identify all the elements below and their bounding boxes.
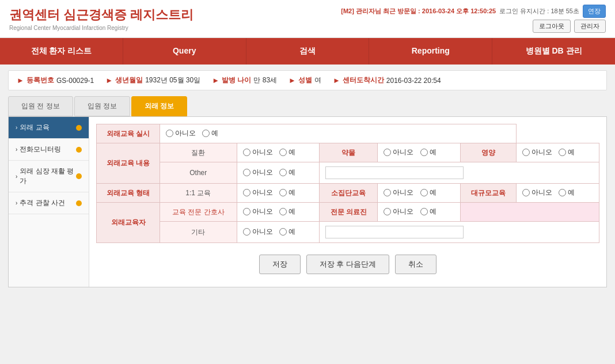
radio-yes-specialist-nurse[interactable]: 예 [279, 207, 295, 217]
tab-admission[interactable]: 입원 정보 [74, 96, 130, 116]
radio-no-label-medical-staff: 아니오 [393, 207, 413, 217]
radio-yes-educator-other[interactable]: 예 [279, 227, 295, 237]
nav-db-manage[interactable]: 병원별 DB 관리 [492, 38, 615, 65]
arrival-value: 2016-03-22 20:54 [386, 77, 441, 85]
radio-yes-label-small-group: 예 [430, 188, 436, 198]
sidebar-item-rehab[interactable]: › 외래 심장 재활 평가 [9, 161, 89, 192]
row-header-education-type: 외래교육 형태 [97, 184, 160, 203]
user-info-text: [M2] 관리자님 최근 방문일 : 2016-03-24 오후 12:50:2… [341, 7, 496, 14]
arrival-arrow: ► [333, 76, 340, 85]
radio-no-medicine[interactable]: 아니오 [384, 147, 413, 157]
sidebar-item-monitoring[interactable]: › 전화모니터링 [9, 139, 89, 161]
radio-input-no-nutrition[interactable] [522, 149, 530, 156]
tab-pre-admission[interactable]: 입원 전 정보 [8, 96, 73, 116]
radio-yes-medical-staff[interactable]: 예 [420, 207, 436, 217]
sidebar-label-followup: 추격 관찰 사건 [20, 198, 76, 208]
radio-no-small-group[interactable]: 아니오 [384, 188, 413, 198]
radio-no-specialist-nurse[interactable]: 아니오 [243, 207, 273, 217]
admin-button[interactable]: 관리자 [574, 20, 606, 33]
radio-input-no-large-group[interactable] [522, 189, 530, 196]
radio-input-yes-specialist-nurse[interactable] [279, 208, 287, 215]
sidebar-chevron-rehab: › [16, 173, 17, 180]
radio-input-yes-small-group[interactable] [420, 189, 428, 196]
button-bar: 저장 저장 후 다음단계 취소 [96, 255, 599, 274]
sidebar-item-education[interactable]: › 외래 교육 [9, 117, 89, 139]
radio-input-yes-11[interactable] [279, 189, 287, 196]
radio-no-other[interactable]: 아니오 [243, 168, 273, 177]
logout-button[interactable]: 로그아웃 [533, 20, 571, 33]
radio-yes-disease[interactable]: 예 [279, 147, 295, 157]
radio-input-no-other[interactable] [243, 169, 250, 176]
arrival-label: 센터도착시간 [343, 75, 384, 85]
radio-no-large-group[interactable]: 아니오 [522, 188, 552, 198]
radio-yes-label-education-yn: 예 [211, 128, 218, 138]
radio-cell-other: 아니오 예 [237, 162, 320, 184]
age-value: 만 83세 [253, 75, 277, 85]
radio-no-label-11: 아니오 [252, 188, 273, 198]
other-text-input[interactable] [325, 166, 464, 179]
save-next-button[interactable]: 저장 후 다음단계 [306, 255, 389, 274]
radio-input-yes-large-group[interactable] [559, 189, 566, 196]
site-subtitle: Regional Center Myocardial Infarction Re… [9, 25, 193, 31]
radio-input-no-small-group[interactable] [384, 189, 391, 196]
radio-input-yes-education-yn[interactable] [202, 130, 210, 137]
radio-input-yes-educator-other[interactable] [279, 228, 287, 236]
radio-input-no-specialist-nurse[interactable] [243, 208, 250, 215]
reg-value: GS-00029-1 [56, 77, 94, 85]
radio-input-no-11[interactable] [243, 189, 250, 196]
radio-input-no-medicine[interactable] [384, 149, 391, 156]
radio-input-yes-other[interactable] [279, 169, 287, 176]
table-row-education-content-2: Other 아니오 예 [97, 162, 599, 184]
radio-no-disease[interactable]: 아니오 [243, 147, 273, 157]
radio-input-no-educator-other[interactable] [243, 228, 250, 236]
radio-input-yes-disease[interactable] [279, 149, 287, 156]
radio-yes-label-11: 예 [288, 188, 295, 198]
radio-no-11[interactable]: 아니오 [243, 188, 273, 198]
radio-input-yes-medical-staff[interactable] [420, 208, 428, 215]
radio-cell-large-group: 아니오 예 [517, 184, 599, 203]
table-row-education-content-1: 외래교육 내용 질환 아니오 예 약물 [97, 143, 599, 162]
radio-yes-large-group[interactable]: 예 [559, 188, 575, 198]
educator-other-text-input[interactable] [325, 226, 464, 238]
radio-no-educator-other[interactable]: 아니오 [243, 227, 273, 237]
table-row-educator-1: 외래교육자 교육 전문 간호사 아니오 예 전문 [97, 203, 599, 222]
radio-yes-education-yn[interactable]: 예 [202, 128, 218, 138]
radio-no-label-other: 아니오 [252, 168, 273, 177]
cancel-button[interactable]: 취소 [395, 255, 436, 274]
radio-no-nutrition[interactable]: 아니오 [522, 147, 552, 157]
radio-input-no-medical-staff[interactable] [384, 208, 391, 215]
nav-reporting[interactable]: Reporting [369, 38, 492, 65]
radio-yes-medicine[interactable]: 예 [420, 147, 436, 157]
radio-no-label-disease: 아니오 [252, 147, 273, 157]
table-row-education-yn: 외래교육 실시 아니오 예 [97, 124, 599, 143]
radio-yes-11[interactable]: 예 [279, 188, 295, 198]
radio-no-medical-staff[interactable]: 아니오 [384, 207, 413, 217]
radio-no-education-yn[interactable]: 아니오 [166, 128, 196, 138]
radio-input-no-disease[interactable] [243, 149, 250, 156]
nav-patient-list[interactable]: 전체 환자 리스트 [0, 38, 123, 65]
radio-yes-nutrition[interactable]: 예 [559, 147, 575, 157]
radio-cell-small-group: 아니오 예 [378, 184, 461, 203]
nav-search[interactable]: 검색 [246, 38, 370, 65]
radio-input-yes-nutrition[interactable] [559, 149, 566, 156]
section-tabs: 입원 전 정보 입원 정보 외래 정보 [8, 96, 607, 116]
extend-button[interactable]: 연장 [583, 5, 606, 18]
radio-yes-label-nutrition: 예 [568, 147, 575, 157]
radio-input-yes-medicine[interactable] [420, 149, 428, 156]
content-area: › 외래 교육 › 전화모니터링 › 외래 심장 재활 평가 › 추격 관찰 사… [8, 116, 607, 287]
gender-label: 성별 [298, 75, 312, 85]
educator-other-text-cell [320, 222, 599, 243]
header-left: 권역센터 심근경색증 레지스트리 Regional Center Myocard… [9, 6, 193, 31]
sidebar-item-followup[interactable]: › 추격 관찰 사건 [9, 192, 89, 214]
radio-yes-small-group[interactable]: 예 [420, 188, 436, 198]
content-body: › 외래 교육 › 전화모니터링 › 외래 심장 재활 평가 › 추격 관찰 사… [9, 117, 606, 287]
nav-query[interactable]: Query [123, 38, 246, 65]
tab-outpatient[interactable]: 외래 정보 [131, 96, 187, 116]
radio-yes-other[interactable]: 예 [279, 168, 295, 177]
main-form: 외래교육 실시 아니오 예 [89, 117, 606, 287]
patient-bar: ► 등록번호 GS-00029-1 ► 생년월일 1932년 05월 30일 ►… [8, 70, 607, 90]
save-button[interactable]: 저장 [259, 255, 301, 274]
radio-yes-label-other: 예 [288, 168, 295, 177]
radio-input-no-education-yn[interactable] [166, 130, 173, 137]
radio-cell-11: 아니오 예 [237, 184, 320, 203]
